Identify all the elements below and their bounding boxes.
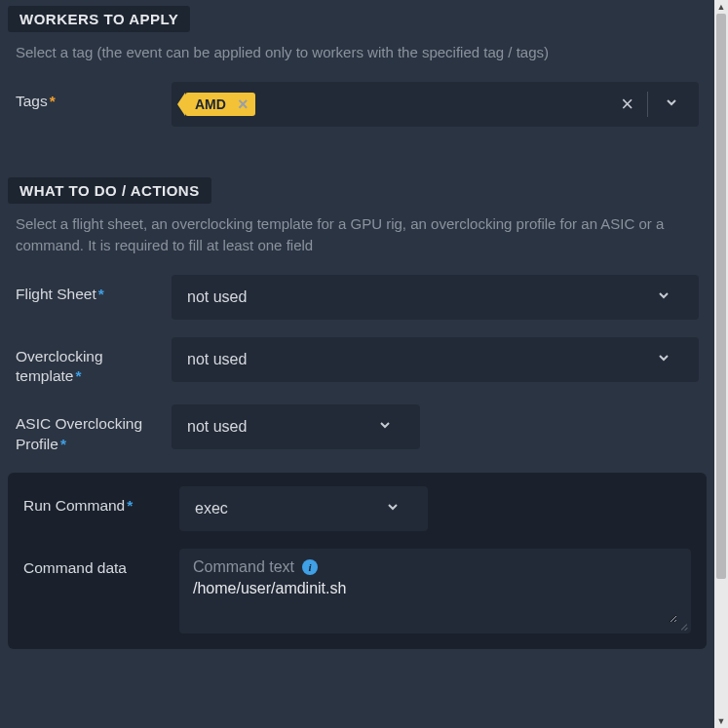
asic-profile-value: not used [187, 418, 247, 436]
required-asterisk: * [50, 93, 56, 109]
command-data-label: Command data [23, 549, 179, 579]
required-asterisk: * [75, 367, 81, 384]
chevron-down-icon [644, 287, 683, 307]
tags-multiselect[interactable]: AMD × × [172, 82, 699, 127]
command-block: Run Command* exec Command data Command t… [8, 473, 707, 649]
run-command-value: exec [195, 500, 228, 517]
run-command-row: Run Command* exec [23, 486, 691, 531]
tag-chip-amd: AMD × [185, 93, 255, 116]
asic-profile-row: ASIC Overclocking Profile* not used [16, 404, 699, 455]
actions-section-header: WHAT TO DO / ACTIONS [8, 177, 211, 204]
tags-row: Tags* AMD × × [16, 82, 699, 127]
run-command-select[interactable]: exec [179, 486, 428, 531]
workers-section-desc: Select a tag (the event can be applied o… [16, 42, 699, 64]
command-data-textarea[interactable] [193, 580, 677, 623]
command-text-placeholder-label: Command text i [193, 558, 677, 576]
separator [647, 92, 648, 117]
chevron-down-icon [644, 350, 683, 369]
chevron-down-icon[interactable] [652, 95, 691, 113]
asic-profile-select[interactable]: not used [172, 404, 420, 449]
chevron-down-icon [373, 499, 412, 518]
required-asterisk: * [60, 436, 66, 452]
flight-sheet-label: Flight Sheet* [16, 275, 172, 305]
command-data-textarea-wrap: Command text i [179, 549, 691, 633]
workers-section-header: WORKERS TO APPLY [8, 6, 190, 32]
flight-sheet-value: not used [187, 288, 247, 306]
run-command-label: Run Command* [23, 486, 179, 517]
tags-label: Tags* [16, 82, 172, 112]
command-data-row: Command data Command text i [23, 549, 691, 633]
scrollbar-thumb[interactable] [716, 14, 726, 579]
required-asterisk: * [98, 286, 104, 302]
flight-sheet-select[interactable]: not used [172, 275, 699, 320]
scrollbar-down-icon[interactable]: ▼ [714, 714, 728, 728]
oc-template-value: not used [187, 351, 247, 368]
resize-handle-icon [677, 620, 689, 632]
tag-chip-label: AMD [195, 96, 226, 112]
info-icon[interactable]: i [302, 559, 318, 575]
oc-template-label: Overclocking template* [16, 337, 172, 388]
scrollbar[interactable]: ▲ ▼ [714, 0, 728, 728]
oc-template-select[interactable]: not used [172, 337, 699, 382]
required-asterisk: * [127, 497, 133, 514]
actions-section-desc: Select a flight sheet, an overclocking t… [16, 213, 699, 257]
asic-profile-label: ASIC Overclocking Profile* [16, 404, 172, 455]
chevron-down-icon [365, 417, 404, 437]
scrollbar-up-icon[interactable]: ▲ [714, 0, 728, 14]
flight-sheet-row: Flight Sheet* not used [16, 275, 699, 320]
clear-all-icon[interactable]: × [611, 92, 643, 117]
oc-template-row: Overclocking template* not used [16, 337, 699, 388]
tag-remove-icon[interactable]: × [234, 96, 252, 113]
